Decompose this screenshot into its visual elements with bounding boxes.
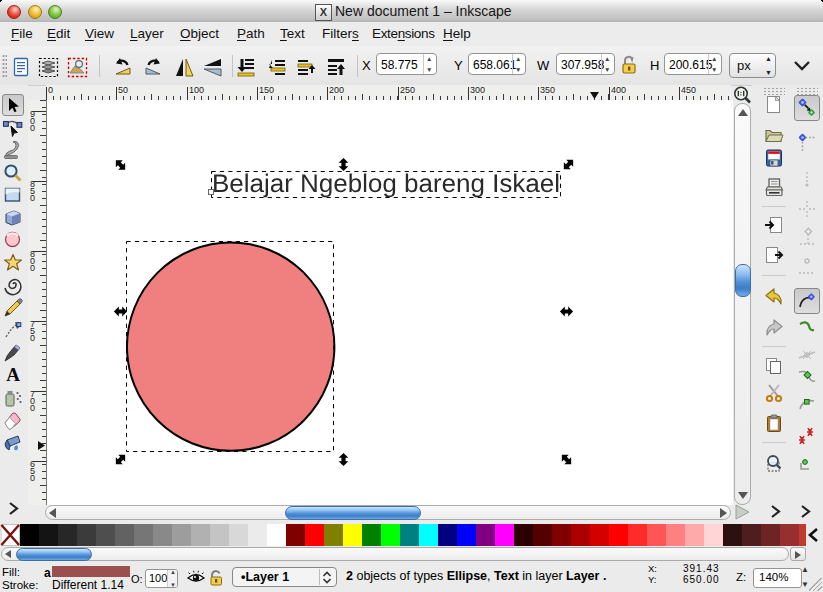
svg-text:A: A <box>6 364 20 385</box>
